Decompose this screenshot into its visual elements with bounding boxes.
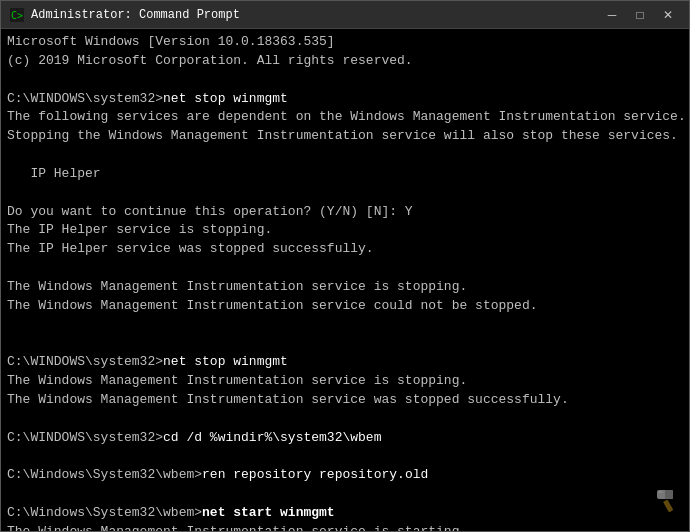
minimize-button[interactable]: ─ <box>599 5 625 25</box>
line-12: The IP Helper service was stopped succes… <box>7 240 683 259</box>
hammer-icon <box>649 484 681 523</box>
svg-rect-5 <box>658 491 663 493</box>
line-10: Do you want to continue this operation? … <box>7 203 683 222</box>
svg-rect-4 <box>665 490 673 499</box>
svg-text:C>: C> <box>11 10 23 21</box>
line-17 <box>7 335 683 354</box>
title-bar: C> Administrator: Command Prompt ─ □ ✕ <box>1 1 689 29</box>
line-8: IP Helper <box>7 165 683 184</box>
line-2: (c) 2019 Microsoft Corporation. All righ… <box>7 52 683 71</box>
line-22: C:\WINDOWS\system32>cd /d %windir%\syste… <box>7 429 683 448</box>
line-21 <box>7 410 683 429</box>
line-23 <box>7 448 683 467</box>
maximize-button[interactable]: □ <box>627 5 653 25</box>
line-11: The IP Helper service is stopping. <box>7 221 683 240</box>
line-7 <box>7 146 683 165</box>
line-9 <box>7 184 683 203</box>
line-19: The Windows Management Instrumentation s… <box>7 372 683 391</box>
line-18: C:\WINDOWS\system32>net stop winmgmt <box>7 353 683 372</box>
line-20: The Windows Management Instrumentation s… <box>7 391 683 410</box>
line-16 <box>7 316 683 335</box>
cmd-icon: C> <box>9 7 25 23</box>
line-5: The following services are dependent on … <box>7 108 683 127</box>
title-bar-text: Administrator: Command Prompt <box>31 8 599 22</box>
terminal: Microsoft Windows [Version 10.0.18363.53… <box>1 29 689 531</box>
line-26: C:\Windows\System32\wbem>net start winmg… <box>7 504 683 523</box>
line-15: The Windows Management Instrumentation s… <box>7 297 683 316</box>
title-bar-controls: ─ □ ✕ <box>599 5 681 25</box>
line-14: The Windows Management Instrumentation s… <box>7 278 683 297</box>
line-25 <box>7 485 683 504</box>
line-6: Stopping the Windows Management Instrume… <box>7 127 683 146</box>
line-4: C:\WINDOWS\system32>net stop winmgmt <box>7 90 683 109</box>
window: C> Administrator: Command Prompt ─ □ ✕ M… <box>0 0 690 532</box>
line-3 <box>7 71 683 90</box>
line-13 <box>7 259 683 278</box>
line-24: C:\Windows\System32\wbem>ren repository … <box>7 466 683 485</box>
close-button[interactable]: ✕ <box>655 5 681 25</box>
line-27: The Windows Management Instrumentation s… <box>7 523 683 531</box>
svg-rect-2 <box>663 500 673 513</box>
line-1: Microsoft Windows [Version 10.0.18363.53… <box>7 33 683 52</box>
